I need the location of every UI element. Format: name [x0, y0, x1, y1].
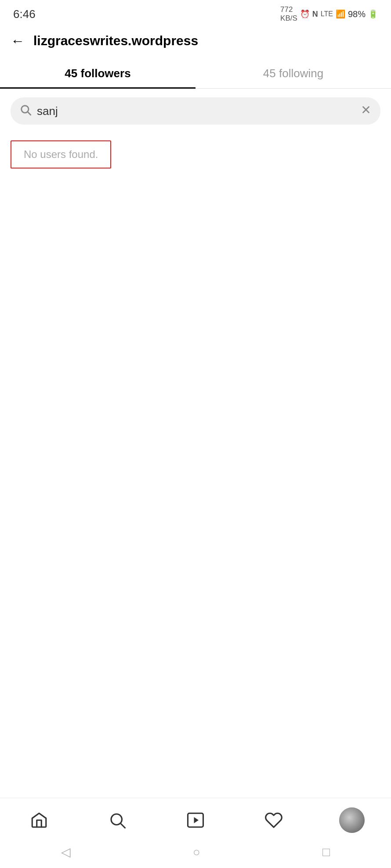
status-time: 6:46	[13, 7, 36, 21]
tab-following[interactable]: 45 following	[196, 57, 391, 88]
network-speed-icon: 772KB/S	[280, 5, 297, 23]
svg-marker-7	[194, 817, 199, 823]
android-back-button[interactable]: ◁	[61, 845, 71, 859]
page-title: lizgraceswrites.wordpress	[33, 33, 198, 48]
nav-profile[interactable]	[339, 807, 365, 833]
header: ← lizgraceswrites.wordpress	[0, 26, 391, 55]
avatar-image	[339, 807, 365, 833]
svg-point-0	[22, 106, 29, 113]
search-container	[0, 89, 391, 133]
no-users-box: No users found.	[11, 140, 111, 169]
no-users-container: No users found.	[0, 133, 391, 176]
nav-video[interactable]	[182, 807, 209, 833]
android-recent-button[interactable]: □	[322, 845, 330, 859]
content-area	[0, 176, 391, 570]
search-icon	[19, 104, 32, 118]
bottom-nav: ◁ ○ □	[0, 798, 391, 868]
nav-home[interactable]	[26, 807, 52, 833]
clear-search-button[interactable]	[360, 104, 372, 118]
svg-line-1	[28, 112, 31, 115]
signal-icon: 📶	[336, 9, 345, 19]
no-users-text: No users found.	[24, 148, 98, 160]
search-input[interactable]	[37, 104, 355, 118]
status-icons: 772KB/S ⏰ N LTE 📶 98% 🔋	[280, 5, 378, 23]
search-bar	[11, 97, 380, 125]
status-bar: 6:46 772KB/S ⏰ N LTE 📶 98% 🔋	[0, 0, 391, 26]
profile-avatar[interactable]	[339, 807, 365, 833]
bottom-nav-items	[0, 798, 391, 839]
alarm-icon: ⏰	[300, 9, 310, 19]
nfc-icon: N	[312, 10, 318, 19]
nav-search[interactable]	[104, 807, 130, 833]
battery-icon: 🔋	[368, 9, 378, 19]
nav-likes[interactable]	[261, 807, 287, 833]
back-button[interactable]: ←	[11, 34, 25, 48]
tab-followers[interactable]: 45 followers	[0, 57, 196, 88]
svg-line-5	[121, 824, 125, 828]
android-home-button[interactable]: ○	[193, 845, 200, 859]
lte-icon: LTE	[321, 10, 333, 18]
battery-level: 98%	[348, 9, 366, 19]
tabs-container: 45 followers 45 following	[0, 57, 391, 89]
svg-point-4	[111, 814, 122, 825]
android-nav: ◁ ○ □	[0, 839, 391, 868]
